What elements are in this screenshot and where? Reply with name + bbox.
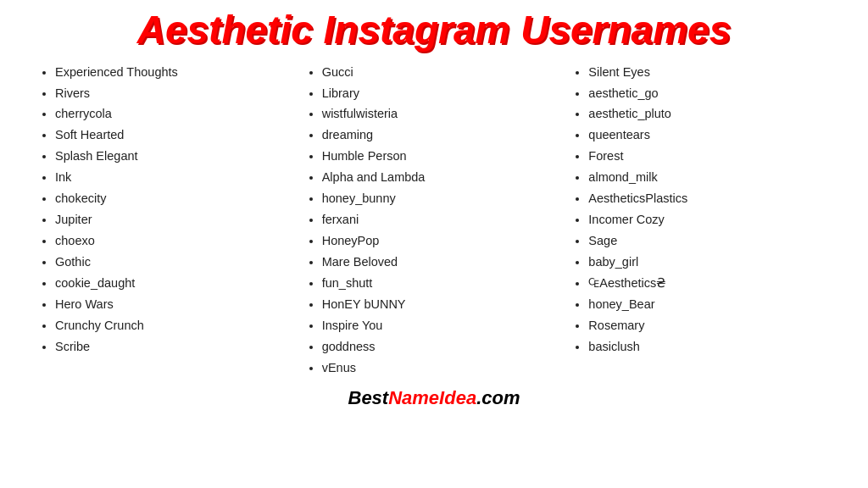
list-item: aesthetic_go [588,83,830,104]
list-item: Hero Wars [55,294,297,315]
list-item: goddness [322,336,564,358]
list-item: cherrycola [55,103,297,125]
footer-idea: .com [476,387,520,408]
list-item: Splash Elegant [55,146,297,167]
list-item: almond_milk [588,167,830,188]
list-item: honey_bunny [322,188,564,209]
footer: BestNameIdea.com [25,387,843,409]
list-item: Gothic [55,252,297,273]
list-item: choexo [55,230,297,252]
list-item: Rosemary [588,315,830,336]
list-item: Library [322,83,564,104]
column-3-list: Silent Eyesaesthetic_goaesthetic_plutoqu… [571,62,830,358]
list-item: wistfulwisteria [322,103,564,125]
list-item: Humble Person [322,146,564,167]
list-item: vEnus [322,358,564,379]
footer-name: NameIdea [388,387,476,408]
list-item: Sage [588,230,830,252]
list-item: Rivers [55,83,297,104]
list-item: baby_girl [588,252,830,273]
list-item: Gucci [322,62,564,83]
list-item: Jupiter [55,209,297,230]
list-item: ₠Aesthetics₴ [588,273,830,294]
list-item: Inspire You [322,315,564,336]
list-item: Forest [588,146,830,167]
list-item: dreaming [322,125,564,146]
list-item: Incomer Cozy [588,209,830,230]
list-item: honey_Bear [588,294,830,315]
list-item: Experienced Thoughts [55,62,297,83]
list-item: fun_shutt [322,273,564,294]
column-1: Experienced ThoughtsRiverscherrycolaSoft… [34,62,301,379]
list-item: ferxani [322,209,564,230]
column-2: GucciLibrarywistfulwisteriadreamingHumbl… [301,62,568,379]
list-item: Mare Beloved [322,252,564,273]
list-item: Alpha and Lambda [322,167,564,188]
list-item: basiclush [588,336,830,358]
footer-best: Best [348,387,389,408]
page-wrapper: Aesthetic Instagram Usernames Experience… [0,0,868,488]
list-item: HonEY bUNNY [322,294,564,315]
list-item: Soft Hearted [55,125,297,146]
column-2-list: GucciLibrarywistfulwisteriadreamingHumbl… [305,62,564,379]
page-title: Aesthetic Instagram Usernames [25,8,843,52]
list-item: Ink [55,167,297,188]
list-item: HoneyPop [322,230,564,252]
list-item: Crunchy Crunch [55,315,297,336]
list-item: queentears [588,125,830,146]
list-item: Scribe [55,336,297,358]
list-item: AestheticsPlastics [588,188,830,209]
list-item: chokecity [55,188,297,209]
columns-container: Experienced ThoughtsRiverscherrycolaSoft… [25,62,843,379]
list-item: cookie_daught [55,273,297,294]
list-item: aesthetic_pluto [588,103,830,125]
column-1-list: Experienced ThoughtsRiverscherrycolaSoft… [38,62,297,358]
column-3: Silent Eyesaesthetic_goaesthetic_plutoqu… [567,62,834,379]
list-item: Silent Eyes [588,62,830,83]
